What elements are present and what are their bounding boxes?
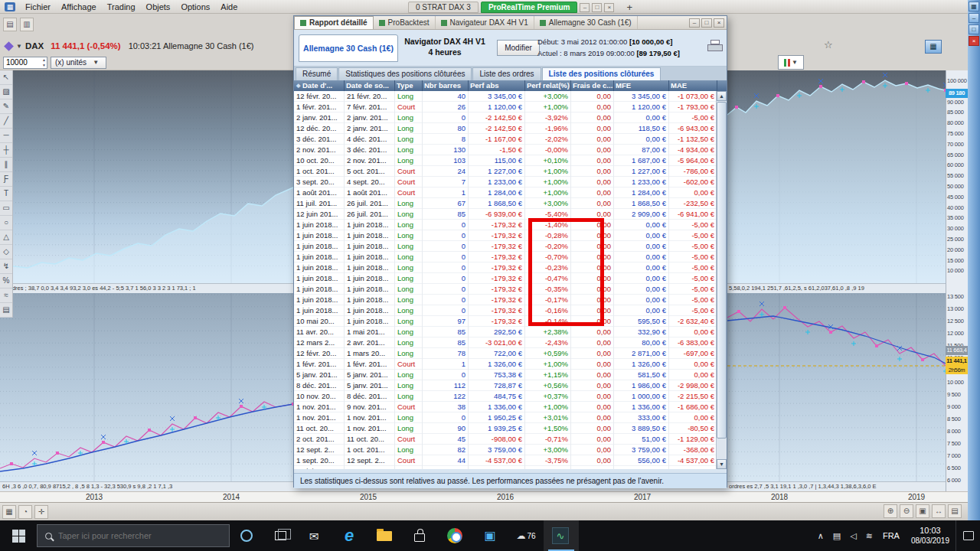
table-row[interactable]: 12 mars 2... 2 avr. 201... Long 85 -3 02… xyxy=(294,337,717,348)
window-control-button[interactable]: × xyxy=(969,36,979,46)
bottom-toolbar-icon[interactable]: ▦ xyxy=(2,505,16,519)
tray-icon[interactable]: ∧ xyxy=(813,531,828,541)
quantity-input[interactable] xyxy=(3,57,47,69)
table-header[interactable]: ◆ Date d'...Date de so...TypeNbr barresP… xyxy=(294,80,727,91)
workspace-tab-inactive[interactable]: 0 STRAT DAX 3 xyxy=(408,2,479,13)
drawing-tool-icon[interactable]: ○ xyxy=(0,216,12,230)
dialog-window-button[interactable]: □ xyxy=(701,18,712,28)
column-header[interactable]: Date d'... xyxy=(294,80,345,91)
table-row[interactable]: 1 nov. 201... 9 nov. 201... Court 38 1 3… xyxy=(294,402,717,412)
column-header[interactable]: Type xyxy=(395,80,423,91)
table-row[interactable]: 12 déc. 20... 2 janv. 201... Long 80 -2 … xyxy=(294,123,717,134)
table-row[interactable]: 1 août 201... 1 août 201... Court 1 1 28… xyxy=(294,187,717,198)
table-row[interactable]: 10 nov. 20... 8 déc. 201... Long 122 484… xyxy=(294,391,717,402)
table-row[interactable]: 1 nov. 201... 1 nov. 201... Long 0 1 950… xyxy=(294,412,717,423)
window-control-button[interactable]: – xyxy=(969,13,979,23)
report-tab[interactable]: Liste des ordres xyxy=(472,67,541,80)
drawing-tool-icon[interactable]: ▨ xyxy=(0,85,12,99)
taskbar-app-icon[interactable]: ▣ xyxy=(473,520,508,551)
menu-item[interactable]: Aide xyxy=(215,2,243,11)
table-row[interactable]: 3 sept. 20... 4 sept. 20... Court 7 1 23… xyxy=(294,177,717,187)
table-row[interactable]: 1 juin 2018... 1 juin 2018... Long 0 -17… xyxy=(294,273,717,284)
table-row[interactable]: 1 févr. 201... 7 févr. 201... Court 26 1… xyxy=(294,102,717,112)
instrument-tab[interactable]: Allemagne 30 Cash (1€) xyxy=(299,34,398,62)
bottom-toolbar-icon[interactable]: ◔ xyxy=(18,505,32,519)
table-row[interactable]: 1 sept. 20... 12 sept. 2... Court 44 -4 … xyxy=(294,455,717,466)
table-row[interactable]: 1 juin 2018... 1 juin 2018... Long 0 -17… xyxy=(294,284,717,295)
start-button[interactable] xyxy=(0,520,37,551)
column-header[interactable]: MAE xyxy=(669,80,717,91)
drawing-tool-icon[interactable]: ▭ xyxy=(0,201,12,216)
drawing-tool-icon[interactable]: % xyxy=(0,274,12,289)
table-row[interactable]: 12 sept. 2... 1 oct. 201... Long 82 3 75… xyxy=(294,445,717,455)
report-tab[interactable]: Liste des positions clôturées xyxy=(542,67,662,80)
drawing-tool-icon[interactable]: ↖ xyxy=(0,70,12,85)
action-center-button[interactable] xyxy=(956,520,980,551)
search-input[interactable] xyxy=(58,531,211,540)
app-icon[interactable]: ▦ xyxy=(5,2,15,11)
tray-icon[interactable]: ◁ xyxy=(845,531,861,541)
table-row[interactable]: 12 févr. 20... 21 févr. 20... Long 40 3 … xyxy=(294,91,717,102)
cortana-button[interactable] xyxy=(230,520,263,551)
table-row[interactable]: 10 mai 20... 1 juin 2018... Long 97 -179… xyxy=(294,316,717,327)
zoom-icon[interactable]: ▣ xyxy=(916,504,929,518)
window-control-button[interactable]: ▦ xyxy=(969,2,979,11)
table-row[interactable]: 2 janv. 201... 2 janv. 201... Long 0 -2 … xyxy=(294,112,717,123)
scrollbar-thumb[interactable] xyxy=(717,102,727,439)
report-tab[interactable]: Résumé xyxy=(296,67,338,80)
task-view-button[interactable] xyxy=(263,520,297,551)
dialog-window-button[interactable]: × xyxy=(714,18,724,28)
drawing-tool-icon[interactable]: ↯ xyxy=(0,259,12,274)
dialog-title-tab[interactable]: Allemagne 30 Cash (1€) xyxy=(534,16,638,29)
taskbar-search[interactable] xyxy=(37,524,230,547)
drawing-tool-icon[interactable]: ✎ xyxy=(0,99,12,114)
table-row[interactable]: 1 juin 2018... 1 juin 2018... Long 0 -17… xyxy=(294,220,717,230)
taskbar-app-icon[interactable]: ∿ xyxy=(544,520,579,551)
drawing-tool-icon[interactable]: ◇ xyxy=(0,245,12,259)
table-row[interactable]: 1 juin 2018... 1 juin 2018... Long 0 -17… xyxy=(294,252,717,262)
table-row[interactable]: 12 juin 201... 26 juil. 201... Long 85 -… xyxy=(294,209,717,220)
dialog-title-tab[interactable]: Rapport détaillé xyxy=(294,16,374,29)
workspace-tab-active[interactable]: ProRealTime Premium xyxy=(481,2,578,13)
dialog-title-tab[interactable]: Navigateur DAX 4H V1 xyxy=(436,16,534,29)
column-header[interactable]: Date de so... xyxy=(345,80,395,91)
drawing-tool-icon[interactable]: ─ xyxy=(0,129,12,143)
menu-item[interactable]: Fichier xyxy=(20,2,56,11)
instrument-symbol[interactable]: DAX xyxy=(25,41,44,51)
drawing-tool-icon[interactable]: ∥ xyxy=(0,158,12,172)
chevron-down-icon[interactable]: ▼ xyxy=(16,43,22,50)
drawing-tool-icon[interactable]: T xyxy=(0,187,12,201)
drawing-tool-icon[interactable]: ▤ xyxy=(0,303,12,318)
favorite-star-icon[interactable]: ☆ xyxy=(824,39,833,51)
table-row[interactable]: 12 févr. 20... 1 mars 20... Long 78 722,… xyxy=(294,348,717,359)
unit-select[interactable]: (x) unités▼ xyxy=(51,57,106,69)
workspace-icon[interactable]: ▤ xyxy=(3,18,17,31)
table-row[interactable]: 5 janv. 201... 5 janv. 201... Long 0 753… xyxy=(294,370,717,380)
table-row[interactable]: 1 oct. 201... 5 oct. 201... Court 24 1 2… xyxy=(294,166,717,177)
modify-button[interactable]: Modifier xyxy=(497,40,540,56)
table-row[interactable]: 1 févr. 201... 1 févr. 201... Court 1 1 … xyxy=(294,359,717,370)
window-control-button[interactable]: □ xyxy=(969,24,979,34)
tab-minimize-button[interactable]: – xyxy=(580,3,590,12)
column-header[interactable]: Nbr barres xyxy=(423,80,469,91)
zoom-icon[interactable]: ↔ xyxy=(932,504,946,518)
table-row[interactable]: 3 déc. 201... 4 déc. 201... Long 8 -1 16… xyxy=(294,134,717,145)
taskbar-app-icon[interactable] xyxy=(403,520,438,551)
dialog-window-button[interactable]: – xyxy=(689,18,700,28)
taskbar-app-icon[interactable]: ✉ xyxy=(297,520,332,551)
menu-item[interactable]: Options xyxy=(175,2,215,11)
table-row[interactable]: 1 juin 2018... 1 juin 2018... Long 0 -17… xyxy=(294,230,717,241)
scroll-down-button[interactable]: ▼ xyxy=(717,459,727,469)
table-row[interactable]: 2 nov. 201... 3 déc. 201... Long 130 -1,… xyxy=(294,145,717,155)
tab-close-button[interactable]: × xyxy=(604,3,614,12)
column-header[interactable]: Frais de c... xyxy=(571,80,614,91)
table-scrollbar[interactable]: ▲ ▼ xyxy=(716,91,727,469)
chart-type-button[interactable]: ▼ xyxy=(778,55,804,70)
table-row[interactable]: 11 avr. 20... 1 mai 201... Long 85 292,5… xyxy=(294,327,717,337)
table-row[interactable]: 1 juin 2018... 1 juin 2018... Long 0 -17… xyxy=(294,262,717,273)
drawing-tool-icon[interactable]: △ xyxy=(0,230,12,245)
zoom-icon[interactable]: ⊖ xyxy=(900,504,913,518)
tray-icon[interactable]: ≋ xyxy=(861,531,877,541)
bottom-toolbar-icon[interactable]: ✛ xyxy=(34,505,48,519)
table-row[interactable]: 10 oct. 20... 2 nov. 201... Long 103 115… xyxy=(294,155,717,166)
